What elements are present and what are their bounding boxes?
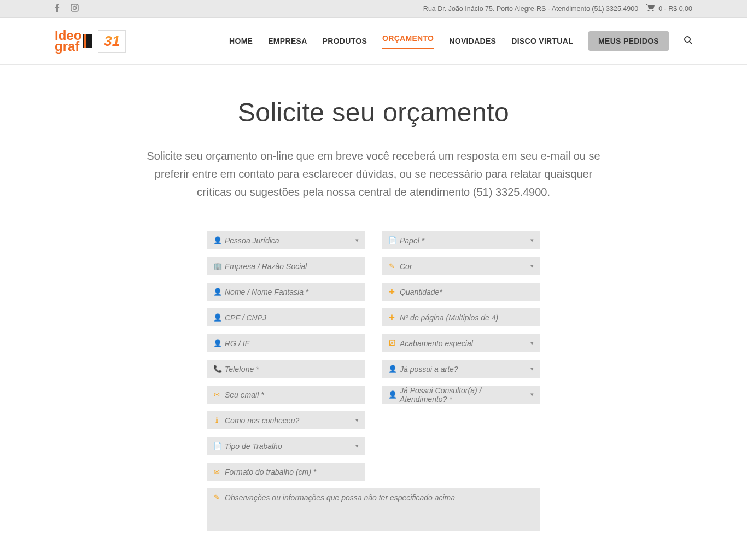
form-col-left: 👤Pessoa Jurídica▾ 🏢Empresa / Razão Socia… [207, 231, 365, 481]
logo-mark-icon [83, 34, 92, 48]
svg-point-2 [76, 5, 77, 7]
logo[interactable]: Ideo graf 31 [55, 30, 126, 52]
chevron-down-icon: ▾ [355, 417, 359, 424]
plus-icon: ✚ [388, 313, 395, 322]
main-nav: HOME EMPRESA PRODUTOS ORÇAMENTO NOVIDADE… [229, 31, 692, 51]
envelope-icon: ✉ [213, 468, 220, 476]
chevron-down-icon: ▾ [530, 391, 534, 398]
chevron-down-icon: ▾ [355, 237, 359, 244]
page-icon: 📄 [388, 236, 395, 244]
header: Ideo graf 31 HOME EMPRESA PRODUTOS ORÇAM… [0, 18, 747, 65]
user-icon: 👤 [213, 236, 220, 244]
tipo-trabalho-select[interactable]: 📄Tipo de Trabalho▾ [207, 437, 365, 455]
cor-select[interactable]: ✎Cor▾ [382, 257, 540, 275]
nav-novidades[interactable]: NOVIDADES [449, 37, 496, 45]
nome-input[interactable]: 👤Nome / Nome Fantasia * [207, 283, 365, 301]
nav-home[interactable]: HOME [229, 37, 253, 45]
chevron-down-icon: ▾ [530, 365, 534, 372]
arte-select[interactable]: 👤Já possui a arte?▾ [382, 360, 540, 378]
nav-meus-pedidos-button[interactable]: MEUS PEDIDOS [588, 31, 669, 51]
plus-icon: ✚ [388, 288, 395, 296]
title-divider [357, 133, 390, 133]
nav-produtos[interactable]: PRODUTOS [323, 37, 367, 45]
telefone-input[interactable]: 📞Telefone * [207, 360, 365, 378]
chevron-down-icon: ▾ [530, 262, 534, 270]
pencil-icon: ✎ [388, 262, 395, 270]
svg-point-3 [685, 37, 690, 42]
nav-disco[interactable]: DISCO VIRTUAL [511, 37, 573, 45]
svg-rect-0 [71, 4, 78, 11]
svg-point-1 [73, 7, 77, 10]
papel-select[interactable]: 📄Papel *▾ [382, 231, 540, 249]
chevron-down-icon: ▾ [355, 442, 359, 450]
building-icon: 🏢 [213, 262, 220, 270]
quote-form: 👤Pessoa Jurídica▾ 🏢Empresa / Razão Socia… [106, 231, 641, 481]
user-icon: 👤 [388, 365, 395, 373]
envelope-icon: ✉ [213, 390, 220, 399]
user-icon: 👤 [213, 313, 220, 322]
conheceu-select[interactable]: ℹComo nos conheceu?▾ [207, 411, 365, 429]
user-icon: 👤 [213, 339, 220, 347]
tipo-pessoa-select[interactable]: 👤Pessoa Jurídica▾ [207, 231, 365, 249]
pencil-icon: ✎ [213, 493, 220, 501]
cart-icon [646, 4, 655, 13]
file-icon: 📄 [213, 442, 220, 450]
user-icon: 👤 [213, 288, 220, 296]
logo-text-2: graf [55, 41, 81, 52]
social-links [55, 4, 79, 14]
cart-link[interactable]: 0 - R$ 0,00 [646, 4, 692, 13]
form-col-right: 📄Papel *▾ ✎Cor▾ ✚Quantidade* ✚Nº de pági… [382, 231, 540, 481]
svg-line-4 [690, 42, 692, 44]
page-subtitle: Solicite seu orçamento on-line que em br… [138, 147, 609, 201]
instagram-icon[interactable] [71, 4, 79, 14]
observacoes-textarea[interactable]: ✎Observações ou informações que possa nã… [207, 488, 540, 531]
formato-input[interactable]: ✉Formato do trabalho (cm) * [207, 463, 365, 481]
acabamento-select[interactable]: 🖼Acabamento especial▾ [382, 334, 540, 352]
page-title: Solicite seu orçamento [55, 97, 692, 127]
nav-empresa[interactable]: EMPRESA [268, 37, 307, 45]
user-icon: 👤 [388, 390, 395, 399]
paginas-input[interactable]: ✚Nº de página (Multiplos de 4) [382, 308, 540, 326]
chevron-down-icon: ▾ [530, 237, 534, 244]
facebook-icon[interactable] [55, 4, 60, 14]
address-text: Rua Dr. João Inácio 75. Porto Alegre-RS … [423, 5, 638, 13]
nav-orcamento[interactable]: ORÇAMENTO [382, 34, 434, 49]
email-input[interactable]: ✉Seu email * [207, 386, 365, 404]
info-icon: ℹ [213, 416, 220, 424]
empresa-input[interactable]: 🏢Empresa / Razão Social [207, 257, 365, 275]
rg-input[interactable]: 👤RG / IE [207, 334, 365, 352]
chevron-down-icon: ▾ [530, 340, 534, 347]
image-icon: 🖼 [388, 339, 395, 347]
quantidade-input[interactable]: ✚Quantidade* [382, 283, 540, 301]
consultor-select[interactable]: 👤Já Possui Consultor(a) / Atendimento? *… [382, 386, 540, 404]
phone-icon: 📞 [213, 365, 220, 373]
cpf-input[interactable]: 👤CPF / CNPJ [207, 308, 365, 326]
logo-31-badge: 31 [98, 30, 126, 52]
cart-text: 0 - R$ 0,00 [658, 5, 692, 13]
topbar: Rua Dr. João Inácio 75. Porto Alegre-RS … [0, 0, 747, 18]
search-icon[interactable] [684, 36, 692, 46]
